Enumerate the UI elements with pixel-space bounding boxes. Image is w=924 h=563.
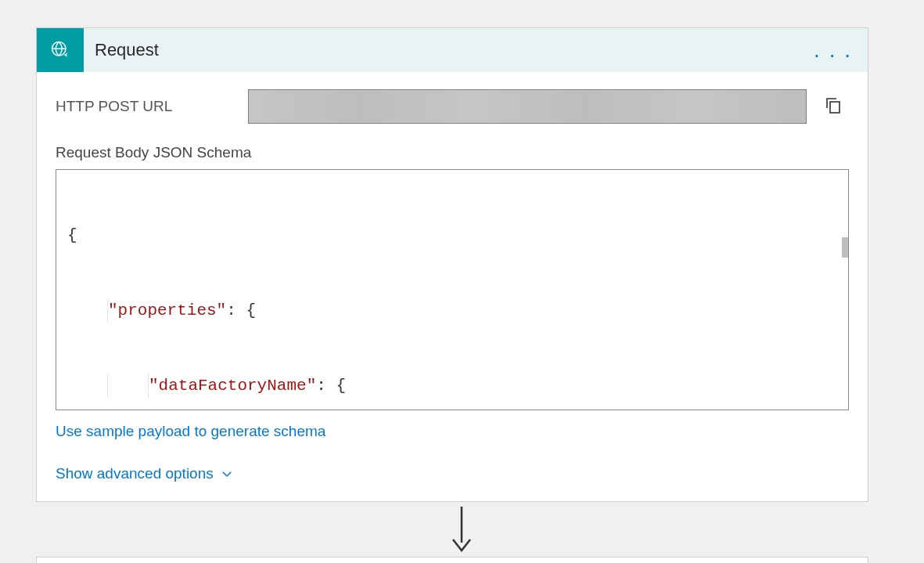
http-post-url-label: HTTP POST URL bbox=[56, 98, 248, 115]
card-header[interactable]: Request . . . bbox=[37, 28, 868, 72]
show-advanced-options-link[interactable]: Show advanced options bbox=[56, 465, 234, 482]
card-title: Request bbox=[95, 40, 159, 60]
show-advanced-options-label: Show advanced options bbox=[56, 465, 214, 482]
code-token: { bbox=[67, 223, 77, 248]
code-token: : { bbox=[316, 374, 346, 399]
code-token: : { bbox=[226, 298, 256, 323]
json-schema-editor[interactable]: { "properties": { "dataFactoryName": { "… bbox=[56, 169, 849, 410]
svg-rect-1 bbox=[830, 102, 840, 113]
json-schema-code[interactable]: { "properties": { "dataFactoryName": { "… bbox=[56, 170, 848, 410]
http-post-url-obscured bbox=[249, 90, 806, 123]
code-token: "properties" bbox=[108, 298, 226, 323]
use-sample-payload-link[interactable]: Use sample payload to generate schema bbox=[56, 423, 325, 440]
editor-scrollbar[interactable] bbox=[842, 237, 849, 258]
http-post-url-field[interactable] bbox=[248, 89, 807, 124]
request-globe-icon bbox=[37, 28, 84, 72]
code-token: "dataFactoryName" bbox=[149, 374, 316, 399]
card-menu-button[interactable]: . . . bbox=[814, 28, 852, 72]
schema-label: Request Body JSON Schema bbox=[56, 144, 849, 161]
request-card: Request . . . HTTP POST URL Request Body… bbox=[36, 27, 868, 502]
chevron-down-icon bbox=[220, 467, 234, 481]
flow-connector-arrow bbox=[448, 507, 475, 552]
http-post-url-row: HTTP POST URL bbox=[56, 89, 849, 124]
card-body: HTTP POST URL Request Body JSON Schema {… bbox=[37, 72, 868, 501]
next-card-top-edge bbox=[36, 557, 868, 563]
copy-icon bbox=[824, 96, 843, 117]
copy-url-button[interactable] bbox=[818, 89, 849, 124]
